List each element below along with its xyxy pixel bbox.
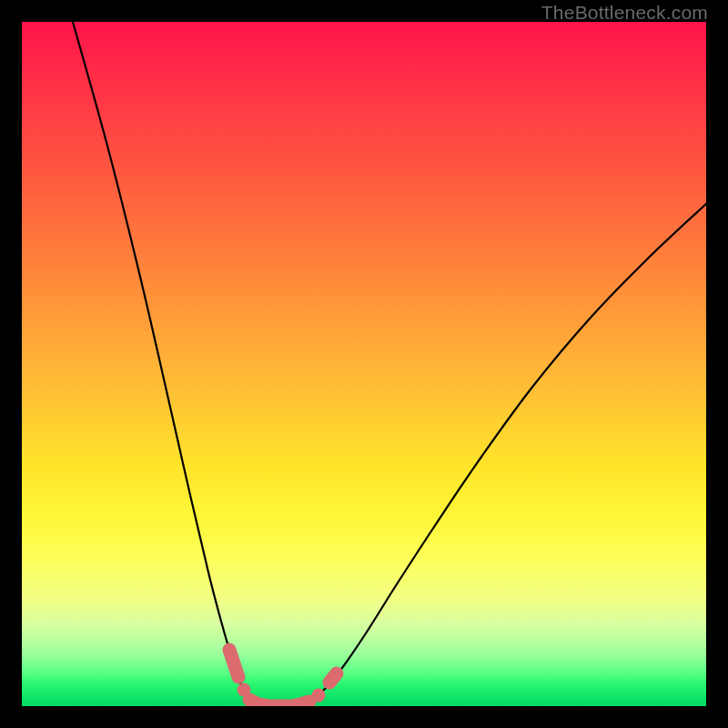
marker-layer	[229, 650, 337, 706]
left-curve	[73, 22, 266, 706]
plot-area	[22, 22, 706, 706]
curve-overlay	[22, 22, 706, 706]
bottom-band	[249, 700, 309, 706]
right-marker-1	[312, 689, 326, 703]
watermark-text: TheBottleneck.com	[541, 2, 708, 24]
right-curve	[297, 204, 706, 706]
left-marker-1	[229, 650, 238, 677]
curve-layer	[73, 22, 706, 706]
right-marker-2	[329, 673, 337, 682]
chart-frame: TheBottleneck.com	[0, 0, 728, 728]
